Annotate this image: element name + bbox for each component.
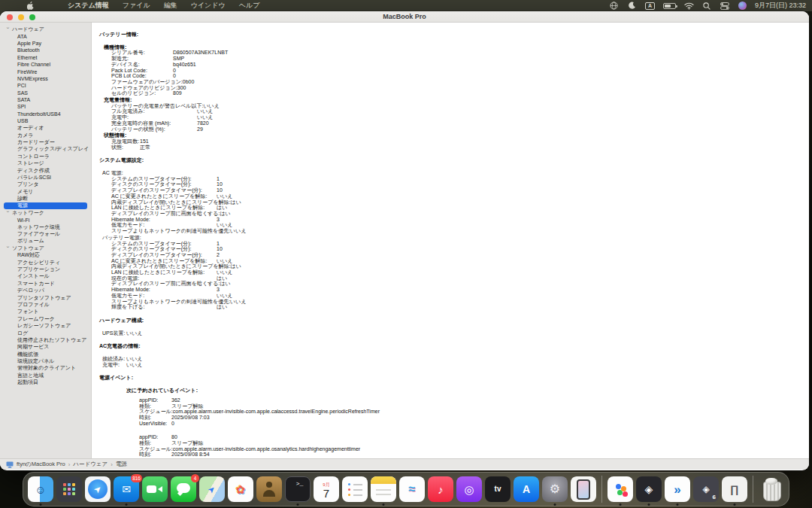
menu-item-app-name[interactable]: システム情報 (68, 1, 109, 11)
window-titlebar[interactable]: MacBook Pro (0, 11, 809, 23)
siri-icon[interactable] (738, 2, 747, 10)
control-center-icon[interactable] (720, 2, 730, 11)
sidebar-item[interactable]: インストール (4, 273, 87, 280)
menu-item-1[interactable]: ファイル (123, 1, 150, 11)
wifi-icon[interactable] (684, 2, 694, 11)
sidebar-item[interactable]: Thunderbolt/USB4 (4, 111, 87, 117)
spotlight-search-icon[interactable] (702, 2, 712, 11)
sidebar-group-header[interactable]: ›ソフトウェア (4, 245, 87, 251)
sidebar-item[interactable]: 管理対象のクライアント (4, 365, 87, 372)
sidebar-item[interactable]: 電源 (4, 202, 87, 209)
sidebar-item[interactable]: パラレルSCSI (4, 174, 87, 181)
sysinfo-app-icon[interactable]: ∏ (722, 476, 747, 502)
sidebar-item[interactable]: アプリケーション (4, 266, 87, 272)
sidebar-item[interactable]: 使用停止されたソフトウェア (4, 336, 87, 343)
reminders-app-icon[interactable] (342, 476, 368, 502)
sidebar-item[interactable]: SPI (4, 103, 87, 110)
sidebar-item[interactable]: レガシーソフトウェア (4, 322, 87, 329)
terminal-app-icon[interactable]: >_ (285, 476, 311, 502)
music-app-icon[interactable]: ♪ (428, 476, 453, 502)
sidebar-item[interactable]: Apple Pay (4, 40, 87, 47)
sidebar-item[interactable]: デベロッパ (4, 287, 87, 294)
breadcrumb-segment[interactable]: ftynのMacBook Pro (17, 461, 65, 468)
contacts-app-icon[interactable] (256, 476, 282, 502)
safari-app-icon[interactable]: ➤ (85, 476, 111, 502)
unity6-app-icon[interactable]: ◈6 (693, 476, 719, 502)
menu-item-2[interactable]: 編集 (164, 1, 177, 11)
sidebar-item[interactable]: フレームワーク (4, 315, 87, 322)
battery-icon[interactable] (663, 3, 676, 9)
sidebar-item[interactable]: ストレージ (4, 160, 87, 166)
sidebar-item[interactable]: スマートカード (4, 280, 87, 287)
sidebar-item[interactable]: SATA (4, 96, 87, 103)
sidebar-item[interactable]: SAS (4, 90, 87, 96)
sidebar-item[interactable]: 機能拡張 (4, 351, 87, 357)
sidebar-item[interactable]: USB (4, 117, 87, 124)
sidebar-item[interactable]: プリンタ (4, 181, 87, 188)
sidebar-group-header[interactable]: ›ネットワーク (4, 209, 87, 216)
sidebar-item[interactable]: FireWire (4, 68, 87, 75)
launchpad-app-icon[interactable] (56, 476, 82, 502)
unity-app-icon[interactable]: ◈ (636, 476, 662, 502)
freeform-app-icon[interactable]: ≈ (399, 476, 425, 502)
breadcrumb-segment[interactable]: ハードウェア (73, 461, 108, 468)
photos-app-icon[interactable]: ✿ (228, 476, 253, 502)
sidebar-item[interactable]: 環境設定パネル (4, 357, 87, 364)
sidebar-tree[interactable]: ›ハードウェアATAApple PayBluetoothEthernetFibr… (0, 23, 92, 458)
sidebar-item[interactable]: ファイアウォール (4, 230, 87, 237)
sidebar-item[interactable]: プロファイル (4, 301, 87, 308)
sidebar-item[interactable]: ボリューム (4, 238, 87, 245)
sidebar-item[interactable]: Ethernet (4, 54, 87, 61)
tv-app-icon[interactable]: tv (485, 476, 511, 502)
appstore-app-icon[interactable]: A (514, 476, 539, 502)
podcasts-app-icon[interactable]: ◎ (456, 476, 482, 502)
notes-app-icon[interactable] (371, 476, 396, 502)
field-label: 接続済み: (102, 356, 126, 362)
menu-item-4[interactable]: ヘルプ (239, 1, 260, 11)
breadcrumb-segment[interactable]: 電源 (116, 461, 127, 468)
sidebar-item[interactable]: Wi-Fi (4, 217, 87, 224)
maps-app-icon[interactable]: ➤ (199, 476, 225, 502)
close-button[interactable] (7, 14, 13, 20)
sidebar-item[interactable]: Fibre Channel (4, 61, 87, 68)
sidebar-item[interactable]: プリンタソフトウェア (4, 294, 87, 301)
iphone-app-icon[interactable] (571, 476, 596, 502)
apple-logo-icon[interactable] (27, 2, 35, 10)
sidebar-item[interactable]: カメラ (4, 132, 87, 138)
sidebar-item[interactable]: ネットワーク環境 (4, 224, 87, 230)
sidebar-item[interactable]: 言語と地域 (4, 372, 87, 379)
sidebar-item[interactable]: グラフィックス/ディスプレイ (4, 146, 87, 153)
settings-app-icon[interactable]: ⚙ (542, 476, 568, 502)
menubar-clock[interactable]: 9月7日(日) 23:32 (755, 1, 806, 11)
sidebar-item[interactable]: RAW対応 (4, 252, 87, 259)
finder-app-icon[interactable]: ☺ (28, 476, 53, 502)
calendar-app-icon[interactable]: 9月7 (314, 476, 339, 502)
sidebar-item[interactable]: フォント (4, 309, 87, 315)
sidebar-item[interactable]: Bluetooth (4, 47, 87, 53)
minimize-button[interactable] (18, 14, 24, 20)
sidebar-item[interactable]: ATA (4, 32, 87, 39)
sidebar-item[interactable]: NVMExpress (4, 75, 87, 82)
sidebar-item[interactable]: オーディオ (4, 124, 87, 131)
sidebar-item[interactable]: PCI (4, 82, 87, 89)
sidebar-item[interactable]: メモリ (4, 188, 87, 195)
report-content[interactable]: バッテリー情報:機種情報:シリアル番号:D860507A3NEK7LNBT製造元… (92, 23, 809, 458)
globe-icon[interactable] (609, 2, 619, 11)
keys-app-icon[interactable] (607, 476, 633, 502)
sidebar-item[interactable]: ログ (4, 330, 87, 336)
sidebar-item[interactable]: ディスク作成 (4, 167, 87, 174)
sidebar-item[interactable]: アクセシビリティ (4, 259, 87, 266)
input-source-icon[interactable]: A (645, 2, 655, 10)
sidebar-item[interactable]: カードリーダー (4, 138, 87, 145)
sidebar-group-header[interactable]: ›ハードウェア (4, 26, 87, 32)
trash-app-icon[interactable] (759, 476, 784, 502)
sidebar-item[interactable]: 起動項目 (4, 379, 87, 386)
focus-moon-icon[interactable] (627, 2, 637, 11)
zoom-button[interactable] (29, 14, 35, 20)
sidebar-item[interactable]: 診断 (4, 195, 87, 202)
menu-item-3[interactable]: ウインドウ (191, 1, 226, 11)
vscode-app-icon[interactable]: » (665, 476, 690, 502)
sidebar-item[interactable]: コントローラ (4, 153, 87, 160)
sidebar-item[interactable]: 同期サービス (4, 344, 87, 351)
facetime-app-icon[interactable] (142, 476, 168, 502)
